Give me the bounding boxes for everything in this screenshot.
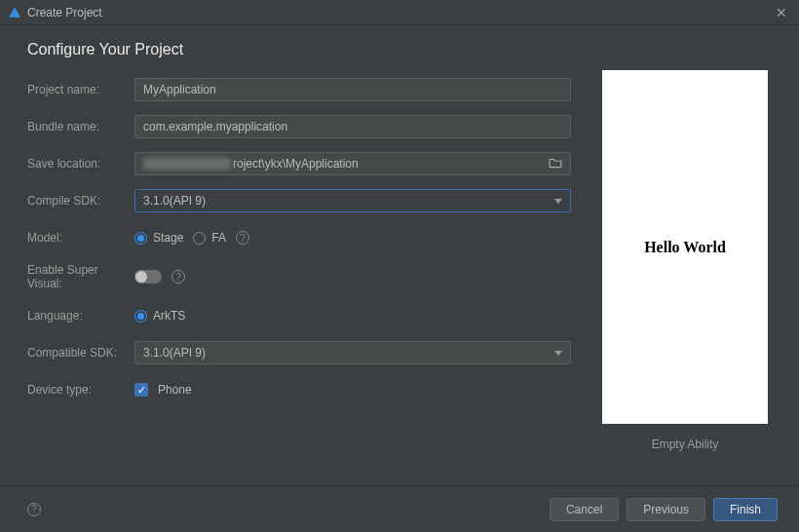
template-preview: Hello World [602, 70, 768, 424]
row-enable-super-visual: Enable Super Visual: ? [27, 263, 571, 290]
row-compatible-sdk: Compatible SDK: 3.1.0(API 9) [27, 341, 571, 364]
save-location-input-wrap[interactable]: roject\ykx\MyApplication [134, 152, 571, 175]
preview-caption: Empty Ability [652, 437, 719, 451]
form-column: Configure Your Project Project name: Bun… [27, 41, 571, 485]
save-location-suffix: roject\ykx\MyApplication [233, 157, 359, 171]
chevron-down-icon [554, 199, 562, 204]
label-save-location: Save location: [27, 157, 134, 171]
row-bundle-name: Bundle name: [27, 115, 571, 138]
label-model: Model: [27, 231, 134, 245]
enable-super-visual-toggle[interactable] [134, 270, 162, 284]
help-icon[interactable]: ? [27, 503, 41, 516]
help-icon[interactable]: ? [236, 231, 249, 245]
page-title: Configure Your Project [27, 41, 571, 58]
project-name-input[interactable] [143, 83, 562, 96]
label-bundle-name: Bundle name: [27, 120, 134, 133]
device-type-phone-label: Phone [158, 383, 192, 397]
label-compile-sdk: Compile SDK: [27, 194, 134, 208]
preview-text: Hello World [644, 239, 726, 256]
language-radio-arkts[interactable]: ArkTS [134, 309, 185, 323]
model-radio-stage[interactable]: Stage [134, 231, 183, 245]
model-radio-stage-label: Stage [153, 231, 183, 245]
radio-dot-icon [193, 232, 206, 245]
radio-dot-icon [134, 310, 147, 323]
model-radio-fa-label: FA [211, 231, 226, 245]
device-type-phone-checkbox[interactable]: ✓ [134, 383, 148, 397]
label-enable-super-visual: Enable Super Visual: [27, 263, 134, 290]
label-project-name: Project name: [27, 83, 134, 96]
bundle-name-input[interactable] [143, 120, 562, 133]
finish-button[interactable]: Finish [713, 498, 778, 521]
app-logo-icon [8, 6, 21, 19]
browse-folder-icon[interactable] [549, 157, 562, 171]
project-name-input-wrap[interactable] [134, 78, 571, 101]
chevron-down-icon [554, 351, 562, 356]
titlebar: Create Project ✕ [0, 0, 799, 25]
label-compatible-sdk: Compatible SDK: [27, 346, 134, 360]
row-device-type: Device type: ✓ Phone [27, 378, 571, 401]
window-title: Create Project [27, 6, 102, 19]
close-icon[interactable]: ✕ [772, 5, 791, 20]
help-icon[interactable]: ? [171, 270, 185, 284]
compile-sdk-select[interactable]: 3.1.0(API 9) [134, 189, 571, 212]
content-area: Configure Your Project Project name: Bun… [0, 25, 799, 485]
compile-sdk-value: 3.1.0(API 9) [143, 194, 206, 208]
row-language: Language: ArkTS [27, 304, 571, 327]
row-model: Model: Stage FA ? [27, 226, 571, 249]
row-project-name: Project name: [27, 78, 571, 101]
previous-button[interactable]: Previous [627, 498, 705, 521]
model-radio-fa[interactable]: FA [193, 231, 226, 245]
cancel-button[interactable]: Cancel [550, 498, 619, 521]
compatible-sdk-select[interactable]: 3.1.0(API 9) [134, 341, 571, 364]
row-compile-sdk: Compile SDK: 3.1.0(API 9) [27, 189, 571, 212]
label-language: Language: [27, 309, 134, 323]
row-save-location: Save location: roject\ykx\MyApplication [27, 152, 571, 175]
compatible-sdk-value: 3.1.0(API 9) [143, 346, 206, 360]
radio-dot-icon [134, 232, 147, 245]
bundle-name-input-wrap[interactable] [134, 115, 571, 138]
redacted-path-segment [143, 158, 231, 170]
label-device-type: Device type: [27, 383, 134, 397]
language-radio-arkts-label: ArkTS [153, 309, 185, 323]
footer-bar: ? Cancel Previous Finish [0, 485, 799, 532]
preview-column: Hello World Empty Ability [598, 41, 772, 485]
